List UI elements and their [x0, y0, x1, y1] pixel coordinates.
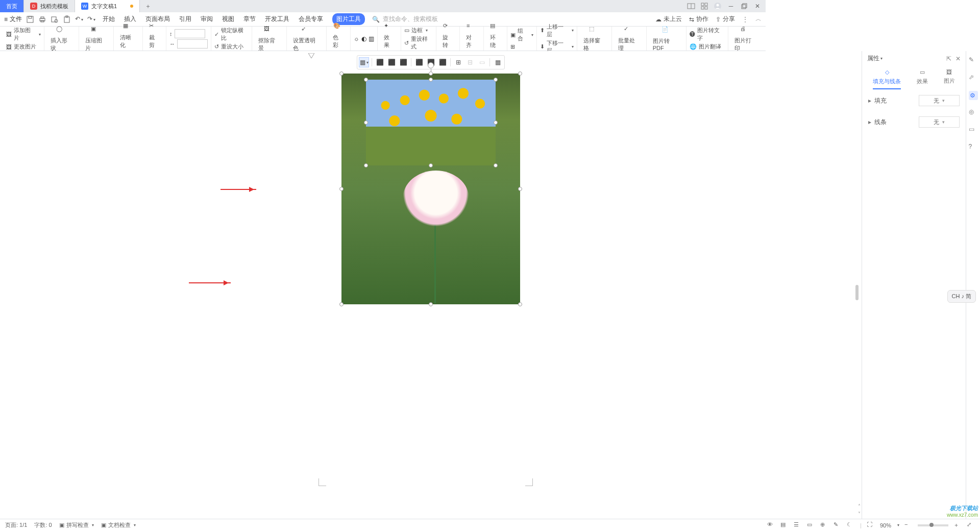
add-image-icon: 🖼 [6, 31, 12, 37]
undo-icon[interactable]: ↶▾ [75, 15, 83, 23]
batch-button[interactable]: ✓批量处理 [615, 25, 643, 53]
selection-pane-icon: ⬚ [589, 26, 599, 36]
resize-handle[interactable] [364, 120, 368, 125]
resize-handle[interactable] [339, 302, 344, 306]
tab-member[interactable]: 会员专享 [299, 15, 323, 23]
resize-handle[interactable] [518, 187, 522, 191]
tab-start[interactable]: 开始 [103, 15, 115, 23]
share-icon: ⇪ [716, 16, 721, 23]
align-top-button[interactable]: ⬛ [414, 57, 424, 67]
compress-icon: ▣ [91, 26, 101, 36]
more-menu-icon[interactable]: ⋮ [742, 16, 748, 23]
wrap-button[interactable]: ▤环绕▾ [487, 21, 504, 56]
user-avatar-icon[interactable] [714, 2, 722, 10]
rotate-icon: ⟳ [443, 22, 453, 33]
height-input[interactable] [175, 29, 205, 38]
resize-handle[interactable] [364, 78, 368, 82]
group-button[interactable]: ▣组合▾ [510, 27, 533, 42]
tab-home[interactable]: 首页 [0, 0, 24, 12]
share-button[interactable]: ⇪分享 [716, 15, 735, 23]
tab-templates[interactable]: D 找稻壳模板 [24, 0, 75, 12]
tab-dev[interactable]: 开发工具 [265, 15, 289, 23]
document-canvas[interactable]: ▦▾ ⬛ ⬛ ⬛ ⬛ ⬛ ⬛ ⊞ ⊟ ▭ ▦ ˄˅ [0, 51, 766, 415]
annotation-arrow-2 [189, 282, 231, 283]
resize-handle[interactable] [518, 302, 522, 306]
resize-handle[interactable] [339, 71, 344, 76]
print-image-button[interactable]: 🖨图片打印 [731, 25, 760, 53]
transparent-color-button[interactable]: ➶设置透明色 [290, 25, 324, 53]
svg-text:D: D [32, 4, 36, 9]
effect-button[interactable]: ✦效果▾ [381, 21, 398, 56]
border-button[interactable]: ▭边框▾ [404, 27, 433, 34]
ocr-icon: 🅣 [690, 31, 695, 37]
compress-image-button[interactable]: ▣压缩图片 [82, 25, 110, 53]
bring-forward-button[interactable]: ⬆上移一层▾ [540, 23, 574, 38]
annotation-arrow-1 [220, 189, 256, 190]
to-text-button[interactable]: 🅣图片转文字 [690, 27, 725, 42]
width-icon: ↔ [169, 41, 175, 47]
cloud-status[interactable]: ☁未上云 [655, 15, 682, 23]
resize-handle[interactable] [429, 71, 433, 76]
minimize-button[interactable]: ─ [727, 2, 735, 10]
tab-view[interactable]: 视图 [222, 15, 234, 23]
collapse-ribbon-icon[interactable]: ︿ [755, 15, 762, 23]
redo-icon[interactable]: ↷▾ [87, 15, 95, 23]
svg-rect-13 [743, 4, 747, 8]
align-right-button[interactable]: ⬛ [398, 57, 408, 67]
rotate-button[interactable]: ⟳旋转▾ [439, 21, 456, 56]
collab-button[interactable]: ⇆协作 [689, 15, 708, 23]
paste-icon[interactable] [63, 15, 71, 23]
more-layout-button[interactable]: ▦ [493, 57, 503, 67]
color-button[interactable]: 🎨色彩▾ [330, 21, 347, 56]
resize-handle[interactable] [494, 120, 498, 125]
lock-ratio-checkbox[interactable]: ✓锁定纵横比 [214, 27, 249, 42]
brightness-icon[interactable]: ☼ [354, 35, 359, 42]
layout-options-button[interactable]: ▦▾ [359, 57, 369, 67]
recolor-icon[interactable]: ▥ [369, 35, 374, 42]
insert-shape-button[interactable]: ◯插入形状 [47, 25, 76, 53]
tab-reference[interactable]: 引用 [179, 15, 191, 23]
contrast-icon[interactable]: ◐ [361, 35, 366, 42]
resize-handle[interactable] [518, 71, 522, 76]
align-center-h-button[interactable]: ⬛ [386, 57, 397, 67]
grid-icon[interactable] [700, 2, 708, 10]
reset-size-button[interactable]: ↺重设大小 [214, 43, 249, 51]
resize-handle[interactable] [494, 78, 498, 82]
resize-handle[interactable] [429, 163, 433, 167]
align-bottom-button[interactable]: ⬛ [437, 57, 448, 67]
width-input[interactable] [177, 39, 208, 49]
add-image-button[interactable]: 🖼添加图片▾ [6, 27, 41, 42]
distribute-h-button[interactable]: ⊞ [453, 57, 463, 67]
tab-document[interactable]: W 文字文稿1 [75, 0, 140, 12]
maximize-button[interactable] [740, 2, 748, 10]
print-preview-icon[interactable] [51, 15, 59, 23]
selection-pane-button[interactable]: ⬚选择窗格 [580, 25, 608, 53]
reading-mode-icon[interactable] [687, 2, 695, 10]
remove-bg-button[interactable]: 🖼抠除背景 [255, 25, 283, 53]
hamburger-icon: ≡ [4, 16, 8, 23]
file-menu[interactable]: ≡ 文件 [4, 15, 22, 23]
resize-handle[interactable] [339, 187, 344, 191]
reset-style-button[interactable]: ↺重设样式 [404, 35, 433, 51]
rotate-handle[interactable] [428, 62, 434, 68]
resize-handle[interactable] [429, 302, 433, 306]
align-left-button[interactable]: ⬛ [375, 57, 385, 67]
save-icon[interactable] [26, 15, 34, 23]
change-image-button[interactable]: 🖼更改图片 [6, 43, 41, 51]
tab-review[interactable]: 审阅 [201, 15, 213, 23]
close-button[interactable]: ✕ [753, 2, 762, 10]
tab-section[interactable]: 章节 [243, 15, 256, 23]
resize-handle[interactable] [429, 78, 433, 82]
resize-handle[interactable] [494, 163, 498, 167]
align-button[interactable]: ≡对齐▾ [463, 21, 480, 56]
crop-button[interactable]: ✂裁剪▾ [146, 21, 163, 56]
to-pdf-button[interactable]: 📄图片转PDF [650, 25, 683, 52]
sharpen-button[interactable]: ▦清晰化▾ [117, 21, 139, 56]
resize-handle[interactable] [364, 163, 368, 167]
svg-rect-8 [701, 7, 704, 9]
new-tab-button[interactable]: ＋ [140, 0, 156, 12]
image-lotus[interactable] [341, 74, 520, 304]
distribute-icon[interactable]: ⊞ [510, 43, 533, 50]
translate-button[interactable]: 🌐图片翻译 [690, 43, 725, 51]
print-icon[interactable] [38, 15, 46, 23]
